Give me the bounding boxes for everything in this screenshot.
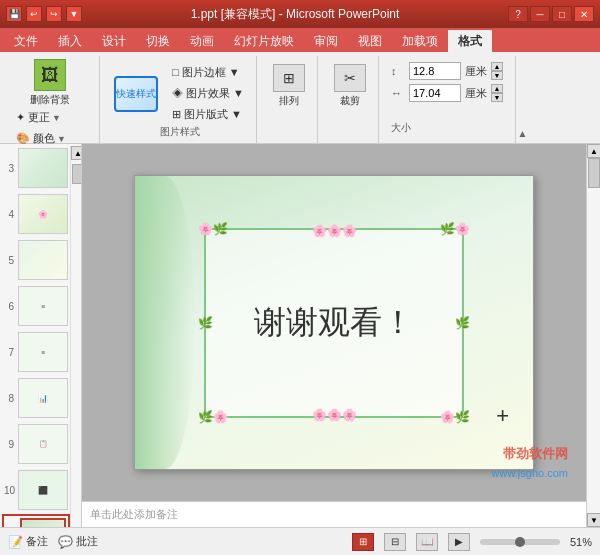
flower-br: 🌸🌿: [440, 410, 470, 424]
scroll-up-button[interactable]: ▲: [587, 144, 600, 158]
slide-img-11: 🌸 谢谢: [20, 518, 66, 527]
picture-styles-label: 图片样式: [160, 125, 200, 141]
slide-thumb-3[interactable]: 3: [2, 146, 70, 190]
quick-styles-button[interactable]: 快速样式: [110, 66, 162, 122]
statusbar: 📝 备注 💬 批注 ⊞ ⊟ 📖 ▶ 51%: [0, 527, 600, 555]
slideshow-button[interactable]: ▶: [448, 533, 470, 551]
canvas-area[interactable]: 🌸🌿 🌿🌸 🌿🌸 🌸🌿 🌸🌸🌸 🌸🌸🌸 🌿 🌿 谢谢观看！ + 带劲软件网 ww…: [82, 144, 586, 501]
width-up[interactable]: ▲: [491, 84, 503, 93]
ribbon-group-adjust: 🖼 删除背景 ✦ 更正 ▼ 🎨 颜色 ▼ 🖌 艺术效果 ▼ 调整: [6, 56, 100, 143]
slide-num-6: 6: [4, 301, 14, 312]
window-controls: ? ─ □ ✕: [508, 6, 594, 22]
scroll-track: [587, 158, 600, 513]
help-button[interactable]: ?: [508, 6, 528, 22]
height-unit: 厘米: [465, 64, 487, 79]
ribbon-tab-bar: 文件 插入 设计 切换 动画 幻灯片放映 审阅 视图 加载项 格式: [0, 28, 600, 52]
height-down[interactable]: ▼: [491, 71, 503, 80]
slide-scroll-thumb[interactable]: [72, 164, 82, 184]
minimize-button[interactable]: ─: [530, 6, 550, 22]
normal-view-button[interactable]: ⊞: [352, 533, 374, 551]
comments-status-item[interactable]: 💬 批注: [58, 534, 98, 549]
tab-animation[interactable]: 动画: [180, 30, 224, 52]
tab-slideshow[interactable]: 幻灯片放映: [224, 30, 304, 52]
picture-effect-button[interactable]: ◈ 图片效果 ▼: [166, 84, 250, 103]
tab-review[interactable]: 审阅: [304, 30, 348, 52]
titlebar: 💾 ↩ ↪ ▼ 1.ppt [兼容模式] - Microsoft PowerPo…: [0, 0, 600, 28]
slide-main-text: 谢谢观看！: [254, 301, 414, 345]
slide-img-9: 📋: [18, 424, 68, 464]
slide-img-10: ⬛: [18, 470, 68, 510]
slide-thumb-8[interactable]: 8 📊: [2, 376, 70, 420]
scroll-thumb[interactable]: [588, 158, 600, 188]
slide-img-4: 🌸: [18, 194, 68, 234]
tab-insert[interactable]: 插入: [48, 30, 92, 52]
ribbon-collapse-button[interactable]: ▲: [515, 56, 529, 143]
slide-thumb-10[interactable]: 10 ⬛: [2, 468, 70, 512]
tab-transition[interactable]: 切换: [136, 30, 180, 52]
slide-thumb-7[interactable]: 7 ≡: [2, 330, 70, 374]
close-button[interactable]: ✕: [574, 6, 594, 22]
slide-panel-scrollbar: ▲ ▼: [70, 146, 82, 527]
slide-img-7: ≡: [18, 332, 68, 372]
flower-top: 🌸🌸🌸: [312, 224, 357, 238]
notes-status-item[interactable]: 📝 备注: [8, 534, 48, 549]
slide-num-5: 5: [4, 255, 14, 266]
color-dropdown: ▼: [57, 134, 66, 144]
scroll-down-button[interactable]: ▼: [587, 513, 600, 527]
zoom-thumb: [515, 537, 525, 547]
slide-canvas: 🌸🌿 🌿🌸 🌿🌸 🌸🌿 🌸🌸🌸 🌸🌸🌸 🌿 🌿 谢谢观看！ +: [134, 175, 534, 470]
canvas-container: 🌸🌿 🌿🌸 🌿🌸 🌸🌿 🌸🌸🌸 🌸🌸🌸 🌿 🌿 谢谢观看！ + 带劲软件网 ww…: [82, 144, 586, 527]
restore-button[interactable]: □: [552, 6, 572, 22]
flower-right: 🌿: [455, 316, 470, 330]
redo-icon[interactable]: ↪: [46, 6, 62, 22]
tab-format[interactable]: 格式: [448, 30, 492, 52]
corrections-button[interactable]: ✦ 更正 ▼: [10, 108, 67, 127]
width-spinner[interactable]: ▲ ▼: [491, 84, 503, 102]
slide-scroll-up[interactable]: ▲: [71, 146, 82, 160]
window-title: 1.ppt [兼容模式] - Microsoft PowerPoint: [82, 6, 508, 23]
slide-num-8: 8: [4, 393, 14, 404]
comments-icon: 💬: [58, 535, 73, 549]
flower-tl: 🌸🌿: [198, 222, 228, 236]
zoom-slider[interactable]: [480, 539, 560, 545]
slide-img-8: 📊: [18, 378, 68, 418]
slide-sorter-button[interactable]: ⊟: [384, 533, 406, 551]
tab-file[interactable]: 文件: [4, 30, 48, 52]
flower-tr: 🌿🌸: [440, 222, 470, 236]
arrange-button[interactable]: ⊞ 排列: [267, 58, 311, 114]
slide-thumb-5[interactable]: 5: [2, 238, 70, 282]
picture-layout-button[interactable]: ⊞ 图片版式 ▼: [166, 105, 250, 124]
slide-panel-scroll: 3 4 🌸 5: [2, 146, 79, 527]
titlebar-app-icons: 💾 ↩ ↪ ▼: [6, 6, 82, 22]
picture-border-button[interactable]: □ 图片边框 ▼: [166, 63, 250, 82]
slide-num-7: 7: [4, 347, 14, 358]
tab-view[interactable]: 视图: [348, 30, 392, 52]
flower-frame: 🌸🌿 🌿🌸 🌿🌸 🌸🌿 🌸🌸🌸 🌸🌸🌸 🌿 🌿 谢谢观看！: [204, 228, 464, 418]
remove-background-button[interactable]: 🖼 删除背景: [28, 58, 72, 108]
slide-thumb-6[interactable]: 6 ≡: [2, 284, 70, 328]
undo-icon[interactable]: ↩: [26, 6, 42, 22]
crop-button[interactable]: ✂ 裁剪: [328, 58, 372, 114]
slide-img-6: ≡: [18, 286, 68, 326]
tab-addins[interactable]: 加载项: [392, 30, 448, 52]
customize-icon[interactable]: ▼: [66, 6, 82, 22]
reading-view-button[interactable]: 📖: [416, 533, 438, 551]
width-input[interactable]: [409, 84, 461, 102]
crop-label: 裁剪: [340, 94, 360, 108]
slide-num-3: 3: [4, 163, 14, 174]
width-down[interactable]: ▼: [491, 93, 503, 102]
tab-design[interactable]: 设计: [92, 30, 136, 52]
notes-icon: 📝: [8, 535, 23, 549]
zoom-percent: 51%: [570, 536, 592, 548]
slide-thumb-4[interactable]: 4 🌸: [2, 192, 70, 236]
arrange-label: 排列: [279, 94, 299, 108]
height-up[interactable]: ▲: [491, 62, 503, 71]
height-input[interactable]: [409, 62, 461, 80]
comments-status-label: 批注: [76, 534, 98, 549]
notes-area[interactable]: 单击此处添加备注: [82, 501, 586, 527]
save-icon[interactable]: 💾: [6, 6, 22, 22]
height-spinner[interactable]: ▲ ▼: [491, 62, 503, 80]
slide-thumb-9[interactable]: 9 📋: [2, 422, 70, 466]
slide-thumb-11[interactable]: 11 🌸 谢谢: [2, 514, 70, 527]
width-icon: ↔: [391, 87, 405, 99]
